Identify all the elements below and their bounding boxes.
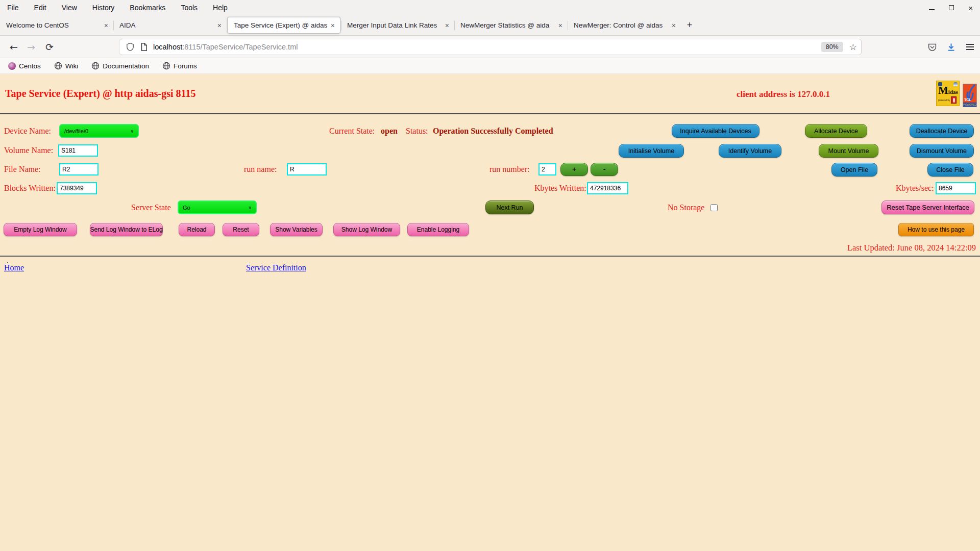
menu-file[interactable]: File	[7, 4, 19, 12]
bookmark-star-icon[interactable]: ☆	[849, 42, 857, 52]
divider	[0, 256, 980, 257]
midas-logo: Midas powered by	[936, 81, 960, 106]
run-number-decrement-button[interactable]: -	[591, 163, 618, 176]
server-state-label: Server State	[131, 201, 171, 215]
open-file-button[interactable]: Open File	[831, 163, 877, 177]
run-name-label: run name:	[244, 162, 277, 177]
maximize-icon[interactable]	[949, 4, 954, 12]
zoom-level-badge[interactable]: 80%	[821, 42, 843, 52]
next-run-button[interactable]: Next Run	[485, 201, 534, 214]
status-label: Status:	[406, 124, 428, 138]
centos-icon	[8, 62, 16, 70]
server-state-select[interactable]: Go ∨	[178, 201, 257, 214]
volume-name-input[interactable]	[58, 144, 98, 157]
kbytes-per-sec-label: Kbytes/sec:	[896, 181, 934, 195]
page-info-icon[interactable]	[139, 42, 149, 52]
bookmarks-toolbar: Centos Wiki Documentation Forums	[0, 58, 980, 74]
menu-bookmarks[interactable]: Bookmarks	[130, 4, 165, 12]
run-number-input[interactable]	[538, 163, 556, 176]
tab-merger-input[interactable]: Merger Input Data Link Rates ×	[341, 15, 454, 35]
tab-close-icon[interactable]: ×	[444, 21, 450, 30]
home-link[interactable]: Home	[4, 263, 24, 272]
service-definition-link[interactable]: Service Definition	[246, 263, 306, 272]
tcl-powered-text: POWERED	[963, 103, 976, 107]
mount-volume-button[interactable]: Mount Volume	[819, 144, 878, 158]
url-host: localhost	[153, 43, 182, 51]
tab-newmerger-statistics[interactable]: NewMerger Statistics @ aida ×	[454, 15, 568, 35]
bookmark-documentation[interactable]: Documentation	[91, 62, 149, 70]
reset-tape-server-interface-button[interactable]: Reset Tape Server Interface	[881, 201, 974, 214]
run-number-increment-button[interactable]: +	[560, 163, 588, 176]
current-state-label: Current State:	[329, 124, 375, 138]
pocket-icon[interactable]	[924, 39, 940, 55]
tab-close-icon[interactable]: ×	[671, 21, 677, 30]
tab-tape-service-active[interactable]: Tape Service (Expert) @ aidas ×	[227, 17, 340, 34]
tab-close-icon[interactable]: ×	[557, 21, 564, 30]
navigation-toolbar: ← → ⟳ localhost:8115/TapeService/TapeSer…	[0, 36, 980, 58]
client-address: client address is 127.0.0.1	[737, 89, 830, 99]
tab-aida[interactable]: AIDA ×	[113, 15, 227, 35]
divider	[0, 113, 980, 114]
tab-bar: Welcome to CentOS × AIDA × Tape Service …	[0, 15, 980, 36]
url-text: localhost:8115/TapeService/TapeService.t…	[153, 43, 821, 51]
tab-welcome-centos[interactable]: Welcome to CentOS ×	[0, 15, 113, 35]
tab-close-icon[interactable]: ×	[330, 21, 336, 30]
close-file-button[interactable]: Close File	[927, 163, 973, 177]
bookmark-wiki[interactable]: Wiki	[54, 62, 79, 70]
globe-icon	[54, 62, 62, 70]
empty-log-window-button[interactable]: Empty Log Window	[4, 223, 77, 236]
tab-close-icon[interactable]: ×	[103, 21, 109, 30]
file-name-input[interactable]	[59, 163, 99, 176]
page-title: Tape Service (Expert) @ http aidas-gsi 8…	[5, 88, 195, 99]
back-icon[interactable]: ←	[6, 39, 21, 55]
forward-icon[interactable]: →	[23, 39, 39, 55]
kbytes-written-label: Kbytes Written:	[534, 181, 586, 195]
new-tab-button[interactable]: +	[681, 15, 698, 35]
reset-button[interactable]: Reset	[223, 223, 259, 236]
bookmark-forums[interactable]: Forums	[162, 62, 197, 70]
show-log-window-button[interactable]: Show Log Window	[333, 223, 400, 236]
url-bar[interactable]: localhost:8115/TapeService/TapeService.t…	[119, 39, 862, 55]
no-storage-label: No Storage	[668, 201, 704, 215]
reload-button[interactable]: Reload	[179, 223, 215, 236]
menu-tools[interactable]: Tools	[181, 4, 198, 12]
reload-icon[interactable]: ⟳	[42, 39, 57, 55]
blocks-written-input[interactable]	[57, 182, 97, 194]
window-close-icon[interactable]: ×	[968, 4, 973, 12]
kbytes-written-input[interactable]	[587, 182, 628, 194]
downloads-icon[interactable]	[943, 39, 959, 55]
deallocate-device-button[interactable]: Deallocate Device	[910, 124, 974, 138]
device-name-select[interactable]: /dev/file/0 ∨	[59, 124, 139, 138]
menu-edit[interactable]: Edit	[34, 4, 46, 12]
tab-close-icon[interactable]: ×	[216, 21, 223, 30]
menu-history[interactable]: History	[92, 4, 115, 12]
tcl-logo-text: TCL	[964, 98, 971, 102]
initialise-volume-button[interactable]: Initialise Volume	[619, 144, 684, 158]
app-menu-icon[interactable]	[962, 39, 977, 55]
run-name-input[interactable]	[287, 163, 327, 176]
enable-logging-button[interactable]: Enable Logging	[407, 223, 469, 236]
inquire-available-devices-button[interactable]: Inquire Available Devices	[672, 124, 760, 138]
send-log-window-to-elog-button[interactable]: Send Log Window to ELog	[90, 223, 163, 236]
tab-newmerger-control[interactable]: NewMerger: Control @ aidas ×	[568, 15, 681, 35]
show-variables-button[interactable]: Show Variables	[270, 223, 323, 236]
menu-help[interactable]: Help	[213, 4, 228, 12]
shield-icon[interactable]	[126, 42, 135, 52]
no-storage-checkbox[interactable]	[710, 204, 718, 211]
bookmark-centos[interactable]: Centos	[8, 62, 41, 70]
allocate-device-button[interactable]: Allocate Device	[805, 124, 867, 138]
dismount-volume-button[interactable]: Dismount Volume	[910, 144, 974, 158]
identify-volume-button[interactable]: Identify Volume	[719, 144, 781, 158]
current-state-value: open	[381, 124, 398, 138]
midas-logo-text: Midas	[938, 87, 958, 96]
menu-view[interactable]: View	[62, 4, 77, 12]
device-name-label: Device Name:	[4, 124, 51, 138]
midas-powered-by-text: powered by	[938, 99, 950, 102]
globe-icon	[91, 62, 100, 70]
how-to-use-this-page-button[interactable]: How to use this page	[898, 223, 974, 236]
browser-chrome: File Edit View History Bookmarks Tools H…	[0, 0, 980, 74]
minimize-icon[interactable]	[929, 4, 935, 12]
tape-service-page: Tape Service (Expert) @ http aidas-gsi 8…	[0, 74, 980, 551]
volume-name-label: Volume Name:	[4, 143, 53, 158]
kbytes-per-sec-input[interactable]	[936, 182, 976, 194]
